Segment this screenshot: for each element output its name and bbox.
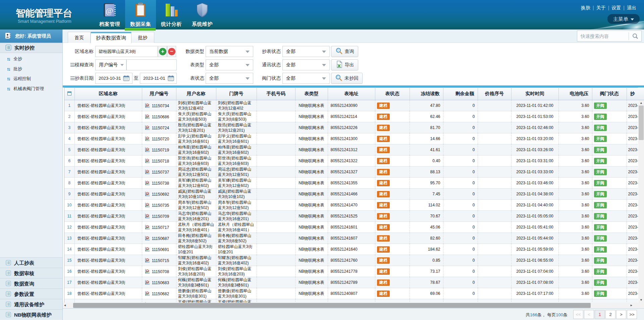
svg-text:@: @	[106, 6, 113, 15]
